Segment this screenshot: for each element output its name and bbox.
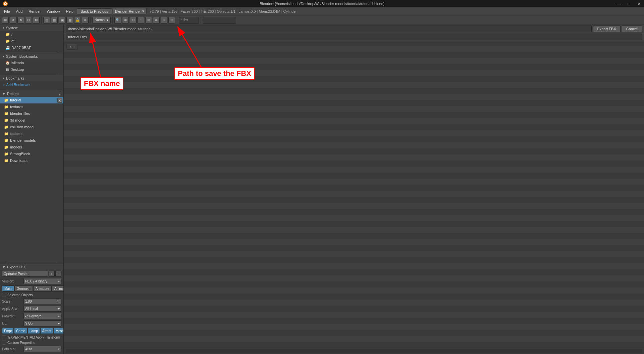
- textures2-label: textures: [10, 132, 23, 136]
- path-input[interactable]: [66, 26, 592, 32]
- search-input[interactable]: [203, 17, 236, 24]
- scale-input[interactable]: 1.00 ⇅: [23, 298, 61, 304]
- recent-header[interactable]: ▼ Recent ⋮: [0, 90, 63, 97]
- tab-armature[interactable]: Armature: [33, 285, 52, 292]
- system-section-header[interactable]: ▼ System: [0, 25, 63, 31]
- add-bookmark-btn[interactable]: + Add Bookmark: [0, 81, 63, 88]
- render-menu[interactable]: Render: [26, 9, 43, 14]
- operator-presets-dropdown[interactable]: Operator Presets: [2, 271, 48, 277]
- tab-animation[interactable]: Animatio: [52, 285, 64, 292]
- toolbar-btn-3[interactable]: ↻: [17, 17, 24, 24]
- preset-remove-btn[interactable]: −: [55, 271, 61, 277]
- filter-lamp[interactable]: Lamp: [28, 328, 40, 334]
- cancel-button[interactable]: Cancel: [622, 26, 642, 32]
- toolbar-btn-19[interactable]: ⊞: [168, 17, 175, 24]
- window-menu[interactable]: Window: [44, 9, 62, 14]
- recent-item-models[interactable]: 📁 models: [0, 144, 63, 150]
- recent-item-3d-model[interactable]: 📁 3d model: [0, 117, 63, 124]
- render-engine-select[interactable]: Blender Render ▾: [113, 8, 147, 14]
- filter-came[interactable]: Came: [14, 328, 27, 334]
- sidebar-item-da27[interactable]: 💾 DA27-0BAE: [0, 44, 63, 51]
- recent-item-collision[interactable]: 📁 collision model: [0, 124, 63, 130]
- window-controls[interactable]: — □ ✕: [614, 0, 644, 7]
- experimental-checkbox[interactable]: [2, 335, 6, 339]
- sys-bookmarks-section: ▼ System Bookmarks 🏠 isliendo 🖥 Desktop: [0, 53, 63, 75]
- preset-add-btn[interactable]: +: [49, 271, 55, 277]
- up-dropdown[interactable]: Y Up ▾: [23, 320, 61, 326]
- user-bookmarks-header[interactable]: ▼ Bookmarks: [0, 75, 63, 81]
- export-panel-header[interactable]: ▼ Export FBX: [0, 264, 63, 270]
- selected-objects-checkbox[interactable]: [2, 293, 6, 297]
- toolbar-btn-9[interactable]: ▩: [66, 17, 73, 24]
- toolbar-btn-1[interactable]: ⊞: [2, 17, 9, 24]
- folder-icon-downloads: 📁: [4, 159, 9, 163]
- forward-dropdown[interactable]: -Z Forward ▾: [23, 313, 61, 319]
- version-dropdown[interactable]: FBX 7.4 binary ▾: [23, 278, 61, 284]
- tab-main[interactable]: Main: [2, 285, 14, 292]
- render-engine-chevron: ▾: [142, 9, 144, 13]
- toolbar-btn-11[interactable]: ⊕: [82, 17, 89, 24]
- toolbar-btn-7[interactable]: ▦: [51, 17, 58, 24]
- path-mode-row: Path Mo.: Auto ▾: [0, 345, 63, 353]
- sidebar-item-efi[interactable]: 📁 efi: [0, 38, 63, 44]
- toolbar-btn-10[interactable]: 🔒: [74, 17, 81, 24]
- help-menu[interactable]: Help: [63, 9, 76, 14]
- recent-close-btn[interactable]: ✕: [57, 98, 62, 103]
- version-label: Version:: [2, 279, 22, 283]
- models-label: models: [10, 145, 22, 149]
- apply-scale-dropdown[interactable]: All Local ▾: [23, 306, 61, 312]
- close-btn[interactable]: ✕: [634, 0, 644, 7]
- sidebar-item-desktop[interactable]: 🖥 Desktop: [0, 66, 63, 73]
- toolbar-btn-16[interactable]: ⊞: [145, 17, 152, 24]
- recent-item-tutorial[interactable]: 📁 tutorial: [0, 97, 63, 103]
- toolbar-btn-4[interactable]: ⊟: [25, 17, 32, 24]
- folder-icon-blender-models: 📁: [4, 138, 9, 143]
- path-mode-dropdown[interactable]: Auto ▾: [23, 346, 61, 352]
- toolbar-btn-15[interactable]: ↕: [138, 17, 144, 24]
- collision-label: collision model: [10, 125, 34, 129]
- filename-input[interactable]: [66, 34, 642, 40]
- maximize-btn[interactable]: □: [624, 0, 634, 7]
- horizontal-scrollbar[interactable]: [66, 349, 642, 353]
- up-row: Up: Y Up ▾: [0, 320, 63, 327]
- back-previous-button[interactable]: Back to Previous: [77, 8, 112, 14]
- tab-geometry[interactable]: Geometri: [14, 285, 33, 292]
- sidebar-item-isliendo[interactable]: 🏠 isliendo: [0, 59, 63, 66]
- recent-item-blender-models[interactable]: 📁 Blender models: [0, 137, 63, 144]
- up-chevron: ▾: [58, 322, 60, 325]
- toolbar-btn-18[interactable]: ☆: [161, 17, 167, 24]
- custom-props-checkbox[interactable]: [2, 341, 6, 345]
- file-menu[interactable]: File: [1, 9, 13, 14]
- toolbar-btn-14[interactable]: ⊟: [130, 17, 137, 24]
- recent-item-textures2[interactable]: 📁 textures: [0, 130, 63, 137]
- da27-label: DA27-0BAE: [11, 46, 31, 50]
- filter-mesh[interactable]: Mesh: [54, 328, 64, 334]
- toolbar-btn-8[interactable]: ▣: [59, 17, 65, 24]
- folder-icon-collision: 📁: [4, 125, 9, 129]
- toolbar-btn-2[interactable]: ↺: [10, 17, 16, 24]
- recent-item-downloads[interactable]: 📁 Downloads: [0, 157, 63, 164]
- toolbar-btn-12[interactable]: 🔍: [114, 17, 121, 24]
- recent-item-textures[interactable]: 📁 textures: [0, 103, 63, 110]
- toolbar-btn-17[interactable]: ⊕: [153, 17, 160, 24]
- export-fbx-button[interactable]: Export FBX: [593, 26, 621, 32]
- recent-item-blender-files[interactable]: 📁 blender files: [0, 110, 63, 117]
- sidebar-item-root[interactable]: 📁 /: [0, 31, 63, 38]
- filename-display[interactable]: *.fbx: [179, 17, 199, 24]
- add-menu[interactable]: Add: [13, 9, 25, 14]
- toolbar-btn-13[interactable]: ⊕: [122, 17, 129, 24]
- scale-row: Scale: 1.00 ⇅: [0, 298, 63, 305]
- path-mode-value: Auto: [25, 347, 32, 351]
- toolbar-btn-5[interactable]: ⊠: [33, 17, 40, 24]
- apply-scale-row: Apply Sca All Local ▾: [0, 305, 63, 312]
- toolbar-sep-3: [112, 17, 113, 24]
- sys-bookmarks-header[interactable]: ▼ System Bookmarks: [0, 53, 63, 59]
- recent-item-strongblock[interactable]: 📁 StrongBlock: [0, 150, 63, 157]
- toolbar-btn-6[interactable]: ▤: [43, 17, 50, 24]
- normal-dropdown[interactable]: Normal ▾: [92, 17, 111, 24]
- filter-armat[interactable]: Armat: [40, 328, 53, 334]
- filter-empt[interactable]: Empt: [2, 328, 14, 334]
- minimize-btn[interactable]: —: [614, 0, 624, 7]
- titlebar: Blender* [/home/isliendo/Desktop/Wii/Ble…: [0, 0, 644, 7]
- parent-dir-item[interactable]: ↑ ..: [66, 44, 78, 50]
